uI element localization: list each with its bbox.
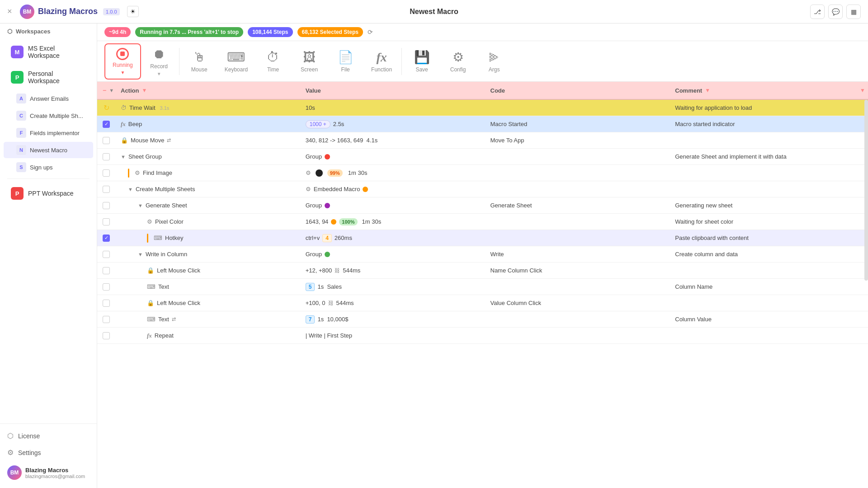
row-pixelcolor-checkbox[interactable] xyxy=(103,218,110,225)
github-button[interactable]: ⎇ xyxy=(810,5,825,19)
pixelcolor-dot xyxy=(331,219,336,225)
row-mousemove-checkbox[interactable] xyxy=(103,137,110,144)
row-createmulti-check[interactable] xyxy=(97,183,115,196)
row-sheetgroup-check[interactable] xyxy=(97,150,115,163)
row-createmulti-checkbox[interactable] xyxy=(103,186,110,193)
row-lmc2-checkbox[interactable] xyxy=(103,300,110,307)
row-sheetgroup-checkbox[interactable] xyxy=(103,153,110,160)
toolbar-screen-button[interactable]: 🖼 Screen xyxy=(291,43,327,80)
sidebar-license[interactable]: ⬡ License xyxy=(0,427,97,444)
comment-filter-icon[interactable]: ▼ xyxy=(705,87,710,94)
writecol-collapse-icon[interactable]: ▼ xyxy=(138,252,143,257)
toolbar-running-button[interactable]: Running ▼ xyxy=(104,43,141,80)
row-text1-checkbox[interactable] xyxy=(103,283,110,291)
expand-button[interactable]: ▦ xyxy=(846,5,861,19)
row-findimage-value: ⚙ 99% 1m 30s xyxy=(300,167,485,179)
personal-label: Personal Workspace xyxy=(28,70,86,84)
row-hotkey-checkbox[interactable]: ✓ xyxy=(103,235,110,242)
row-gensheet-checkbox[interactable] xyxy=(103,202,110,209)
row-beep-check[interactable]: ✓ xyxy=(97,118,115,131)
toolbar-keyboard-button[interactable]: ⌨ Keyboard xyxy=(217,43,255,80)
row-hotkey-check[interactable]: ✓ xyxy=(97,232,115,244)
sidebar-settings[interactable]: ⚙ Settings xyxy=(0,444,97,461)
gensheet-collapse-icon[interactable]: ▼ xyxy=(138,203,143,208)
row-repeat-check[interactable] xyxy=(97,329,115,342)
toolbar-function-button[interactable]: fx Function xyxy=(363,43,400,80)
row-writecol-comment: Create column and data xyxy=(670,248,854,260)
close-button[interactable]: × xyxy=(7,7,16,16)
row-writecol-action: ▼ Write in Column xyxy=(115,248,300,260)
row-mousemove-value: 340, 812 -> 1663, 649 4.1s xyxy=(300,134,485,146)
row-text2-check[interactable] xyxy=(97,313,115,326)
th-action: Action ▼ xyxy=(115,87,300,94)
row-findimage-check[interactable] xyxy=(97,167,115,179)
macro-letter-a: A xyxy=(16,94,26,103)
loading-icon: ↻ xyxy=(104,103,109,112)
toolbar-record-button[interactable]: ⏺ Record ▼ xyxy=(141,43,177,80)
toolbar-time-button[interactable]: ⏱ Time xyxy=(255,43,291,80)
row-timewait-check[interactable]: ↻ xyxy=(97,101,115,115)
row-text1-check[interactable] xyxy=(97,281,115,293)
row-text1-extra xyxy=(854,284,868,290)
row-pixelcolor-value: 1643, 94 100% 1m 30s xyxy=(300,216,485,228)
sidebar-macro-answer-emails[interactable]: A Answer Emails xyxy=(4,90,93,107)
logo-icon: BM xyxy=(20,5,34,19)
findimage-settings-icon: ⚙ xyxy=(306,169,311,176)
table-row: ⌨ Text 5 1s Sales Column Name xyxy=(97,279,868,295)
row-writecol-check[interactable] xyxy=(97,248,115,261)
main-layout: ⬡ Workspaces M MS Excel Workspace P Pers… xyxy=(0,23,868,488)
row-lmc1-checkbox[interactable] xyxy=(103,267,110,274)
file-icon: 📄 xyxy=(338,50,354,65)
sidebar-macro-signups[interactable]: S Sign ups xyxy=(4,159,93,175)
toolbar-separator-1 xyxy=(179,48,179,75)
toolbar-function-label: Function xyxy=(371,66,392,73)
sidebar-macro-fields[interactable]: F Fields implementor xyxy=(4,125,93,141)
scrollbar-thumb[interactable] xyxy=(864,100,868,281)
toolbar-args-button[interactable]: ⫸ Args xyxy=(476,43,512,80)
row-writecol-checkbox[interactable] xyxy=(103,251,110,258)
refresh-icon[interactable]: ⟳ xyxy=(368,28,373,36)
row-lmc1-check[interactable] xyxy=(97,264,115,277)
row-timewait-value: 10s xyxy=(300,102,485,114)
createmulti-collapse-icon[interactable]: ▼ xyxy=(128,187,133,192)
toolbar-save-button[interactable]: 💾 Save xyxy=(404,43,440,80)
row-text1-value: 5 1s Sales xyxy=(300,280,485,294)
app-logo: BM Blazing Macros 1.0.0 ☀ xyxy=(20,5,139,19)
row-lmc1-comment xyxy=(670,268,854,273)
deselect-all-icon[interactable]: − xyxy=(103,87,106,94)
toolbar-keyboard-label: Keyboard xyxy=(225,66,248,73)
toolbar-running-label: Running xyxy=(113,62,133,68)
row-lmc2-action: 🔒 Left Mouse Click xyxy=(115,297,300,309)
sidebar-macro-create-multiple[interactable]: C Create Multiple Sh... xyxy=(4,108,93,124)
sidebar-macro-newest[interactable]: N Newest Macro xyxy=(4,142,93,158)
theme-toggle-button[interactable]: ☀ xyxy=(127,6,139,17)
row-gensheet-check[interactable] xyxy=(97,199,115,212)
expand-all-icon[interactable]: ▼ xyxy=(109,88,114,93)
row-lmc2-check[interactable] xyxy=(97,297,115,310)
workspaces-header: ⬡ Workspaces xyxy=(0,23,97,39)
discord-button[interactable]: 💬 xyxy=(828,5,843,19)
action-filter-icon[interactable]: ▼ xyxy=(142,87,147,94)
macro-letter-n: N xyxy=(16,145,26,155)
sidebar-item-ms-excel[interactable]: M MS Excel Workspace xyxy=(4,40,93,64)
mousemove-loop-icon: ⇄ xyxy=(167,137,171,143)
row-text2-checkbox[interactable] xyxy=(103,316,110,323)
toolbar-config-button[interactable]: ⚙ Config xyxy=(440,43,476,80)
sidebar-item-ppt[interactable]: P PPT Workspace xyxy=(4,183,93,204)
toolbar-file-button[interactable]: 📄 File xyxy=(327,43,363,80)
row-beep-comment: Macro started indicator xyxy=(670,118,854,130)
status-bar: ~9d 4h Running in 7.7s ... Press 'alt+1'… xyxy=(97,23,868,41)
row-beep-value: 1000 + 2.5s xyxy=(300,117,485,131)
row-beep-checkbox[interactable]: ✓ xyxy=(103,121,110,128)
extra-filter-icon[interactable]: ▼ xyxy=(860,87,865,94)
sheetgroup-collapse-icon[interactable]: ▼ xyxy=(121,154,126,160)
row-repeat-checkbox[interactable] xyxy=(103,332,110,339)
record-icon: ⏺ xyxy=(153,47,165,61)
row-mousemove-check[interactable] xyxy=(97,134,115,147)
sidebar-item-personal[interactable]: P Personal Workspace xyxy=(4,66,93,89)
toolbar-mouse-button[interactable]: 🖱 Mouse xyxy=(181,43,217,80)
mouse-icon: 🖱 xyxy=(193,50,206,65)
row-pixelcolor-check[interactable] xyxy=(97,216,115,228)
th-value: Value xyxy=(300,87,485,94)
row-findimage-checkbox[interactable] xyxy=(103,169,110,177)
